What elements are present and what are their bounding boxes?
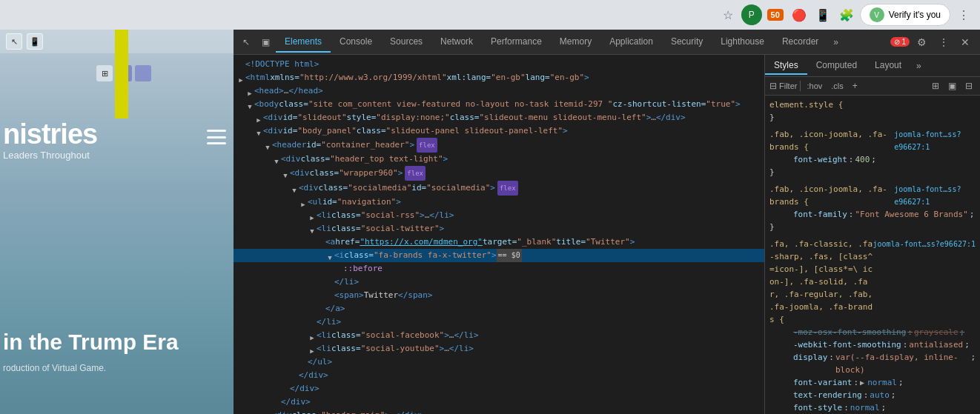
header-main-ellipsis[interactable]: … [390,409,395,414]
flex-badge-2[interactable]: flex [405,166,426,181]
flex-badge-3[interactable]: flex [497,181,518,196]
html-line-ul-navigation[interactable]: <ul id="navigation" > [234,196,764,209]
slideout-triangle[interactable] [254,113,263,122]
extension-icon-orange[interactable]: 50 [765,4,786,25]
devtools-pointer-icon[interactable]: ↖ [236,33,256,52]
html-line-a-twitter[interactable]: <a href="https://x.com/mdmen_org" target… [234,236,764,249]
html-line-span-twitter[interactable]: <span> Twitter </span> [234,289,764,302]
html-line-i-twitter[interactable]: <i class="fa-brands fa-x-twitter" > == $… [234,249,764,262]
html-line-li-twitter[interactable]: <li class="social-twitter" > [234,222,764,236]
li-facebook-ellipsis[interactable]: … [449,329,454,342]
head-triangle[interactable] [245,87,254,96]
expand-arrow-fv[interactable]: ▶ [860,376,864,389]
html-line-li-close[interactable]: </li> [234,276,764,289]
devtools-close-icon[interactable]: ✕ [956,33,974,51]
tab-recorder[interactable]: Recorder [773,32,827,53]
tab-memory[interactable]: Memory [551,32,600,53]
header-main-triangle[interactable] [263,411,272,414]
css-source-fab-2[interactable]: joomla-font…ss?e96627:1 [894,183,976,208]
tab-elements[interactable]: Elements [276,32,331,53]
devtools-settings-icon[interactable]: ⚙ [913,33,931,51]
li-rss-triangle[interactable] [308,211,317,220]
css-selector-fa-big[interactable]: .fa, .fa-classic, .fa-sharp, .fas, [clas… [769,238,873,326]
html-line-li-youtube[interactable]: <li class="social-youtube" > … </li> [234,342,764,355]
styles-more-tabs[interactable]: » [910,58,927,74]
css-selector-fab-1[interactable]: .fab, .icon-joomla, .fa-brands { [769,128,894,153]
more-tabs-btn[interactable]: » [827,33,844,52]
extension-icon-puzzle[interactable]: 🧩 [836,4,857,25]
container-header-triangle[interactable] [263,141,272,150]
html-line-div-close3[interactable]: </div> [234,395,764,409]
cls-btn[interactable]: .cls [828,80,847,92]
tab-computed[interactable]: Computed [807,57,866,75]
tab-performance[interactable]: Performance [482,32,551,53]
extension-icon-phone[interactable]: 📱 [812,4,833,25]
devtools-device-icon[interactable]: ▣ [256,33,276,52]
extension-icon-red[interactable]: 🔴 [789,4,810,25]
html-line-wrapper960[interactable]: <div class="wrapper960" > flex [234,166,764,181]
li-facebook-triangle[interactable] [308,331,317,340]
tab-network[interactable]: Network [431,32,482,53]
body-triangle[interactable] [245,100,254,109]
html-line-html[interactable]: <html xmlns="http://www.w3.org/1999/xhtm… [234,71,764,84]
html-line-doctype[interactable]: <!DOCTYPE html> [234,58,764,71]
body-panel-triangle[interactable] [254,127,263,136]
devtools-device-btn[interactable]: 📱 [27,33,43,50]
hov-btn[interactable]: :hov [804,80,825,92]
html-line-before[interactable]: ::before [234,262,764,276]
verify-button[interactable]: V Verify it's you [860,4,950,26]
hamburger-menu[interactable] [207,130,226,144]
tab-application[interactable]: Application [600,32,662,53]
html-line-header-main[interactable]: <div class="header_main" > … </div> [234,409,764,414]
css-source-fab-1[interactable]: joomla-font…ss?e96627:1 [894,128,976,153]
inspect-icon[interactable]: ▣ [945,79,959,93]
toggle-sidebar-btn[interactable]: ⊟ [962,79,976,93]
html-line-body[interactable]: <body class="site com_content view-featu… [234,98,764,111]
extension-icon-green[interactable]: P [741,4,762,25]
chrome-menu-icon[interactable]: ⋮ [953,4,974,25]
li-youtube-triangle[interactable] [308,344,317,353]
social-icon-3[interactable] [135,65,151,81]
header-top-triangle[interactable] [272,155,281,164]
devtools-pointer-btn[interactable]: ↖ [6,33,22,50]
html-line-socialmedia[interactable]: <div class="socialmedia" id="socialmedia… [234,181,764,196]
slideout-ellipsis[interactable]: … [651,111,656,124]
star-icon[interactable]: ☆ [718,4,738,25]
li-rss-ellipsis[interactable]: … [425,209,430,222]
html-line-body-panel[interactable]: <div id="body_panel" class="slideout-pan… [234,124,764,138]
li-twitter-triangle[interactable] [308,224,317,233]
i-twitter-triangle[interactable] [325,251,334,260]
css-selector-1[interactable]: element.style { [769,99,843,111]
tab-security[interactable]: Security [662,32,712,53]
html-line-li-rss[interactable]: <li class="social-rss" > … </li> [234,209,764,222]
tab-lighthouse[interactable]: Lighthouse [712,32,773,53]
li-youtube-ellipsis[interactable]: … [444,342,449,355]
html-line-ul-close[interactable]: </ul> [234,355,764,369]
socialmedia-triangle[interactable] [290,184,299,193]
html-line-div-close2[interactable]: </div> [234,382,764,395]
add-style-btn[interactable]: + [850,79,861,93]
html-panel[interactable]: <!DOCTYPE html> <html xmlns="http://www.… [234,55,765,414]
html-line-slideout[interactable]: <div id="slideout" style="display:none;"… [234,111,764,124]
filter-funnel-btn[interactable]: ⊟ Filter [769,81,797,91]
html-line-li-facebook[interactable]: <li class="social-facebook" > … </li> [234,329,764,342]
html-line-head[interactable]: <head> … </head> [234,84,764,98]
html-line-a-close[interactable]: </a> [234,302,764,315]
html-line-container-header[interactable]: <header id="container_header" > flex [234,138,764,153]
html-line-header-top[interactable]: <div class="header_top text-light" > [234,153,764,166]
flex-badge-1[interactable]: flex [417,138,437,153]
html-line-li-close2[interactable]: </li> [234,315,764,329]
rss-icon[interactable]: ⊞ [96,65,113,81]
html-triangle[interactable] [236,73,245,82]
css-source-fa-big[interactable]: joomla-font…ss?e96627:1 [873,238,976,250]
tab-console[interactable]: Console [331,32,381,53]
ul-nav-triangle[interactable] [299,198,308,207]
wrapper960-triangle[interactable] [281,169,290,178]
head-ellipsis[interactable]: … [284,84,289,98]
css-selector-fab-2[interactable]: .fab, .icon-joomla, .fa-brands { [769,183,894,208]
html-line-div-close1[interactable]: </div> [234,369,764,382]
tab-layout[interactable]: Layout [866,57,910,75]
new-style-rule-btn[interactable]: ⊞ [929,79,942,93]
tab-sources[interactable]: Sources [381,32,431,53]
devtools-more-icon[interactable]: ⋮ [934,33,953,51]
